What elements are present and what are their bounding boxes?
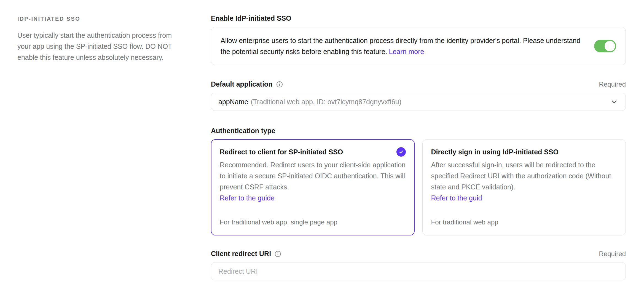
default-application-label-text: Default application	[211, 80, 273, 88]
chevron-down-icon	[610, 98, 618, 106]
section-description: User typically start the authentication …	[17, 30, 175, 63]
enable-sso-description: Allow enterprise users to start the auth…	[221, 35, 581, 57]
option-card-sp-initiated[interactable]: Redirect to client for SP-initiated SSO …	[211, 139, 415, 235]
required-badge: Required	[599, 250, 626, 258]
refer-to-guide-link[interactable]: Refer to the guide	[220, 192, 275, 203]
toggle-knob	[605, 41, 615, 51]
authentication-type-label-row: Authentication type	[211, 127, 626, 135]
client-redirect-uri-label: Client redirect URI	[211, 250, 281, 258]
client-redirect-uri-label-row: Client redirect URI Required	[211, 250, 626, 258]
option-title: Directly sign in using IdP-initiated SSO	[431, 148, 559, 156]
option-footer: For traditional web app	[431, 217, 617, 227]
check-circle-icon	[396, 147, 406, 157]
section-info-panel: IDP-INITIATED SSO User typically start t…	[0, 0, 194, 295]
default-application-label: Default application	[211, 80, 283, 88]
learn-more-link[interactable]: Learn more	[389, 48, 424, 55]
section-title: IDP-INITIATED SSO	[17, 16, 183, 22]
default-application-select[interactable]: appName (Traditional web app, ID: ovt7ic…	[211, 93, 626, 111]
authentication-type-label: Authentication type	[211, 127, 275, 135]
enable-sso-card: Allow enterprise users to start the auth…	[211, 27, 626, 65]
redirect-uri-input[interactable]	[211, 262, 626, 280]
info-icon[interactable]	[274, 250, 281, 258]
refer-to-guide-link[interactable]: Refer to the guid	[431, 192, 482, 203]
enable-sso-toggle[interactable]	[594, 40, 616, 52]
option-head: Redirect to client for SP-initiated SSO	[220, 147, 406, 157]
authentication-type-options: Redirect to client for SP-initiated SSO …	[211, 139, 626, 235]
option-footer: For traditional web app, single page app	[220, 217, 406, 227]
selected-app-name: appName	[218, 98, 248, 106]
option-card-idp-initiated[interactable]: Directly sign in using IdP-initiated SSO…	[422, 139, 626, 235]
default-application-label-row: Default application Required	[211, 80, 626, 88]
enable-sso-label-row: Enable IdP-initiated SSO	[211, 14, 626, 22]
option-title: Redirect to client for SP-initiated SSO	[220, 148, 343, 156]
required-badge: Required	[599, 81, 626, 88]
info-icon[interactable]	[276, 81, 283, 88]
option-description: After successful sign-in, users will be …	[431, 159, 617, 192]
option-head: Directly sign in using IdP-initiated SSO	[431, 147, 617, 157]
client-redirect-uri-label-text: Client redirect URI	[211, 250, 271, 258]
idp-initiated-sso-settings: IDP-INITIATED SSO User typically start t…	[0, 0, 644, 295]
selected-app-detail: (Traditional web app, ID: ovt7icymq87dgn…	[251, 98, 401, 106]
enable-sso-label: Enable IdP-initiated SSO	[211, 14, 291, 22]
settings-form: Enable IdP-initiated SSO Allow enterpris…	[194, 0, 644, 295]
option-description: Recommended. Redirect users to your clie…	[220, 159, 406, 192]
